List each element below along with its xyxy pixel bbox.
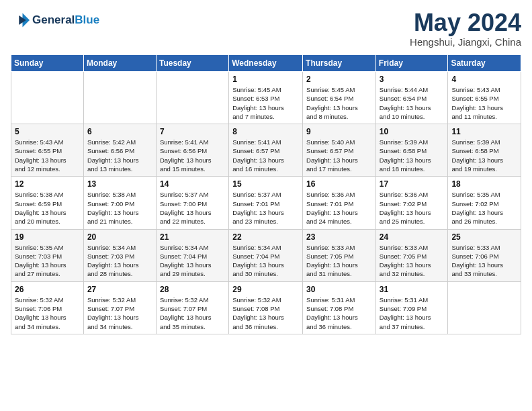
day-number: 11 <box>451 127 517 136</box>
calendar-cell: 14Sunrise: 5:37 AM Sunset: 7:00 PM Dayli… <box>156 177 228 229</box>
calendar-cell: 16Sunrise: 5:36 AM Sunset: 7:01 PM Dayli… <box>303 177 376 229</box>
calendar-cell: 2Sunrise: 5:45 AM Sunset: 6:54 PM Daylig… <box>303 72 376 124</box>
header-monday: Monday <box>83 55 156 72</box>
day-number: 5 <box>15 127 80 136</box>
logo-icon <box>11 11 30 30</box>
calendar-cell: 13Sunrise: 5:38 AM Sunset: 7:00 PM Dayli… <box>83 177 156 229</box>
calendar-cell: 3Sunrise: 5:44 AM Sunset: 6:54 PM Daylig… <box>375 72 448 124</box>
header-sunday: Sunday <box>11 55 84 72</box>
calendar-cell: 15Sunrise: 5:37 AM Sunset: 7:01 PM Dayli… <box>229 177 303 229</box>
week-row-5: 26Sunrise: 5:32 AM Sunset: 7:06 PM Dayli… <box>11 281 521 334</box>
day-number: 14 <box>160 179 225 189</box>
calendar-cell: 18Sunrise: 5:35 AM Sunset: 7:02 PM Dayli… <box>448 177 521 229</box>
day-number: 18 <box>451 179 517 189</box>
day-number: 1 <box>232 75 299 84</box>
day-number: 24 <box>380 232 445 242</box>
day-number: 6 <box>87 127 152 136</box>
day-number: 21 <box>160 232 225 242</box>
calendar-cell: 26Sunrise: 5:32 AM Sunset: 7:06 PM Dayli… <box>11 281 84 334</box>
day-info: Sunrise: 5:44 AM Sunset: 6:54 PM Dayligh… <box>380 85 445 121</box>
day-number: 31 <box>380 285 445 294</box>
day-number: 30 <box>306 285 372 294</box>
day-number: 4 <box>451 75 517 84</box>
calendar-cell: 19Sunrise: 5:35 AM Sunset: 7:03 PM Dayli… <box>11 229 84 281</box>
page: GeneralBlue May 2024 Hengshui, Jiangxi, … <box>0 0 532 341</box>
calendar-cell <box>83 72 156 124</box>
day-number: 19 <box>15 232 80 242</box>
week-row-1: 1Sunrise: 5:45 AM Sunset: 6:53 PM Daylig… <box>11 72 521 124</box>
calendar-cell: 5Sunrise: 5:43 AM Sunset: 6:55 PM Daylig… <box>11 124 84 177</box>
location-subtitle: Hengshui, Jiangxi, China <box>410 36 521 48</box>
header-wednesday: Wednesday <box>229 55 303 72</box>
day-info: Sunrise: 5:33 AM Sunset: 7:05 PM Dayligh… <box>306 243 372 279</box>
calendar-cell: 30Sunrise: 5:31 AM Sunset: 7:08 PM Dayli… <box>303 281 376 334</box>
day-info: Sunrise: 5:40 AM Sunset: 6:57 PM Dayligh… <box>306 138 372 173</box>
day-info: Sunrise: 5:34 AM Sunset: 7:04 PM Dayligh… <box>160 243 225 279</box>
day-number: 27 <box>87 285 152 294</box>
day-number: 23 <box>306 232 372 242</box>
day-info: Sunrise: 5:34 AM Sunset: 7:04 PM Dayligh… <box>232 243 299 279</box>
day-number: 20 <box>87 232 152 242</box>
day-info: Sunrise: 5:37 AM Sunset: 7:00 PM Dayligh… <box>160 190 225 226</box>
day-number: 7 <box>160 127 225 136</box>
header-thursday: Thursday <box>303 55 376 72</box>
calendar-cell: 6Sunrise: 5:42 AM Sunset: 6:56 PM Daylig… <box>83 124 156 177</box>
day-number: 16 <box>306 179 372 189</box>
day-number: 22 <box>232 232 299 242</box>
day-info: Sunrise: 5:41 AM Sunset: 6:57 PM Dayligh… <box>232 138 299 173</box>
day-number: 29 <box>232 285 299 294</box>
day-number: 26 <box>15 285 80 294</box>
weekday-header-row: Sunday Monday Tuesday Wednesday Thursday… <box>11 55 521 72</box>
day-info: Sunrise: 5:43 AM Sunset: 6:55 PM Dayligh… <box>15 138 80 173</box>
calendar-cell <box>448 281 521 334</box>
day-info: Sunrise: 5:45 AM Sunset: 6:53 PM Dayligh… <box>232 85 299 121</box>
day-number: 3 <box>380 75 445 84</box>
calendar-cell: 24Sunrise: 5:33 AM Sunset: 7:05 PM Dayli… <box>375 229 448 281</box>
day-info: Sunrise: 5:36 AM Sunset: 7:01 PM Dayligh… <box>306 190 372 226</box>
day-info: Sunrise: 5:32 AM Sunset: 7:07 PM Dayligh… <box>87 295 152 331</box>
day-info: Sunrise: 5:33 AM Sunset: 7:06 PM Dayligh… <box>451 243 517 279</box>
day-info: Sunrise: 5:35 AM Sunset: 7:02 PM Dayligh… <box>451 190 517 226</box>
day-number: 9 <box>306 127 372 136</box>
day-info: Sunrise: 5:33 AM Sunset: 7:05 PM Dayligh… <box>380 243 445 279</box>
title-block: May 2024 Hengshui, Jiangxi, China <box>410 11 521 48</box>
header-tuesday: Tuesday <box>156 55 228 72</box>
calendar-cell: 29Sunrise: 5:32 AM Sunset: 7:08 PM Dayli… <box>229 281 303 334</box>
calendar: Sunday Monday Tuesday Wednesday Thursday… <box>11 54 521 334</box>
calendar-cell: 10Sunrise: 5:39 AM Sunset: 6:58 PM Dayli… <box>375 124 448 177</box>
calendar-cell: 12Sunrise: 5:38 AM Sunset: 6:59 PM Dayli… <box>11 177 84 229</box>
calendar-cell: 1Sunrise: 5:45 AM Sunset: 6:53 PM Daylig… <box>229 72 303 124</box>
calendar-cell: 8Sunrise: 5:41 AM Sunset: 6:57 PM Daylig… <box>229 124 303 177</box>
day-number: 28 <box>160 285 225 294</box>
day-info: Sunrise: 5:32 AM Sunset: 7:06 PM Dayligh… <box>15 295 80 331</box>
logo: GeneralBlue <box>11 11 99 30</box>
calendar-cell: 28Sunrise: 5:32 AM Sunset: 7:07 PM Dayli… <box>156 281 228 334</box>
calendar-cell: 23Sunrise: 5:33 AM Sunset: 7:05 PM Dayli… <box>303 229 376 281</box>
calendar-cell: 4Sunrise: 5:43 AM Sunset: 6:55 PM Daylig… <box>448 72 521 124</box>
day-info: Sunrise: 5:45 AM Sunset: 6:54 PM Dayligh… <box>306 85 372 121</box>
calendar-cell: 25Sunrise: 5:33 AM Sunset: 7:06 PM Dayli… <box>448 229 521 281</box>
day-info: Sunrise: 5:41 AM Sunset: 6:56 PM Dayligh… <box>160 138 225 173</box>
calendar-cell: 27Sunrise: 5:32 AM Sunset: 7:07 PM Dayli… <box>83 281 156 334</box>
calendar-cell <box>11 72 84 124</box>
day-info: Sunrise: 5:38 AM Sunset: 6:59 PM Dayligh… <box>15 190 80 226</box>
day-info: Sunrise: 5:36 AM Sunset: 7:02 PM Dayligh… <box>380 190 445 226</box>
calendar-cell: 20Sunrise: 5:34 AM Sunset: 7:03 PM Dayli… <box>83 229 156 281</box>
day-info: Sunrise: 5:38 AM Sunset: 7:00 PM Dayligh… <box>87 190 152 226</box>
day-info: Sunrise: 5:31 AM Sunset: 7:09 PM Dayligh… <box>380 295 445 331</box>
calendar-cell: 11Sunrise: 5:39 AM Sunset: 6:58 PM Dayli… <box>448 124 521 177</box>
header: GeneralBlue May 2024 Hengshui, Jiangxi, … <box>11 11 521 48</box>
day-info: Sunrise: 5:32 AM Sunset: 7:08 PM Dayligh… <box>232 295 299 331</box>
calendar-cell <box>156 72 228 124</box>
calendar-cell: 9Sunrise: 5:40 AM Sunset: 6:57 PM Daylig… <box>303 124 376 177</box>
day-info: Sunrise: 5:34 AM Sunset: 7:03 PM Dayligh… <box>87 243 152 279</box>
day-number: 13 <box>87 179 152 189</box>
day-info: Sunrise: 5:35 AM Sunset: 7:03 PM Dayligh… <box>15 243 80 279</box>
calendar-cell: 17Sunrise: 5:36 AM Sunset: 7:02 PM Dayli… <box>375 177 448 229</box>
calendar-cell: 7Sunrise: 5:41 AM Sunset: 6:56 PM Daylig… <box>156 124 228 177</box>
day-info: Sunrise: 5:42 AM Sunset: 6:56 PM Dayligh… <box>87 138 152 173</box>
day-number: 8 <box>232 127 299 136</box>
week-row-4: 19Sunrise: 5:35 AM Sunset: 7:03 PM Dayli… <box>11 229 521 281</box>
day-info: Sunrise: 5:31 AM Sunset: 7:08 PM Dayligh… <box>306 295 372 331</box>
day-info: Sunrise: 5:39 AM Sunset: 6:58 PM Dayligh… <box>451 138 517 173</box>
